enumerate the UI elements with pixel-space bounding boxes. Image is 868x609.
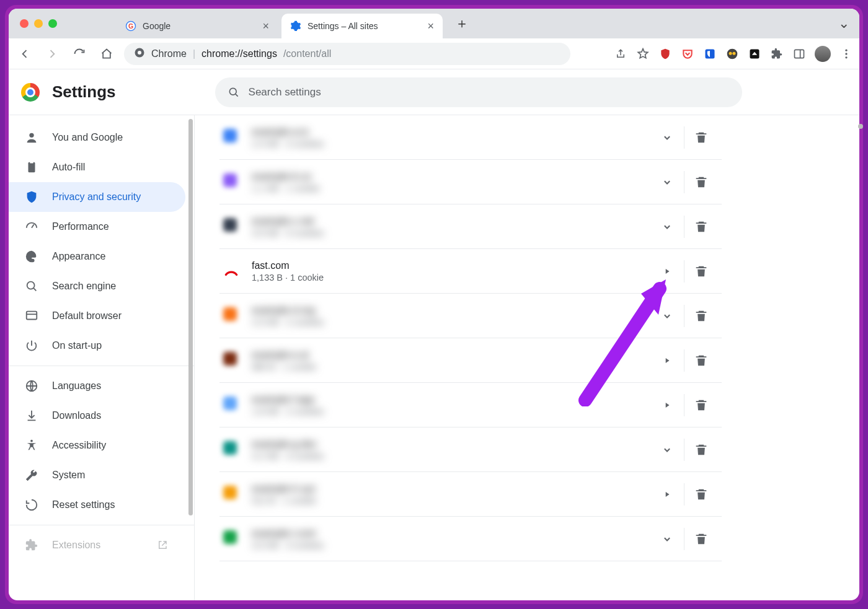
extension-pocket-icon[interactable]: [681, 47, 694, 61]
site-favicon-icon: [223, 352, 241, 369]
profile-avatar[interactable]: [815, 46, 831, 62]
expand-row-button[interactable]: [650, 435, 684, 465]
sidebar-item-accessibility[interactable]: Accessibility: [9, 431, 185, 460]
site-row[interactable]: example-g.dev4.2 KB · 4 cookies: [219, 427, 722, 472]
site-name: example-g.dev: [252, 439, 639, 450]
site-row[interactable]: example-h.xyz512 B · 1 cookie: [219, 472, 722, 517]
site-name: fast.com: [252, 260, 639, 271]
close-tab-icon[interactable]: ×: [262, 20, 269, 33]
sidebar-item-reset[interactable]: Reset settings: [9, 490, 185, 520]
delete-site-button[interactable]: [684, 212, 718, 242]
search-settings-input[interactable]: Search settings: [215, 77, 742, 107]
kebab-menu-icon[interactable]: [839, 47, 853, 61]
svg-rect-15: [29, 162, 35, 173]
expand-row-button[interactable]: [650, 256, 684, 286]
site-meta: 1.8 KB · 2 cookies: [252, 406, 639, 416]
delete-site-button[interactable]: [684, 256, 718, 286]
sidebar-item-label: Privacy and security: [52, 191, 141, 203]
sidebar-scrollbar[interactable]: [188, 119, 193, 515]
expand-row-button[interactable]: [650, 346, 684, 375]
site-favicon-icon: [223, 173, 241, 191]
svg-point-14: [29, 133, 33, 138]
site-row[interactable]: example-c.net3.9 KB · 5 cookies: [219, 204, 722, 249]
sidebar-item-label: Reset settings: [52, 499, 115, 510]
site-name: example-a.io: [252, 126, 639, 138]
site-row[interactable]: example-i.com3.0 KB · 3 cookies: [219, 517, 722, 561]
sidebar-item-label: Auto-fill: [52, 162, 85, 173]
extension-bitwarden-icon[interactable]: [703, 47, 717, 61]
site-row[interactable]: example-e.ai880 B · 1 cookie: [219, 338, 722, 383]
main-content: example-a.io2.4 KB · 3 cookiesexample-b.…: [195, 115, 859, 600]
site-row[interactable]: example-a.io2.4 KB · 3 cookies: [219, 115, 722, 160]
star-bookmark-icon[interactable]: [636, 47, 650, 61]
extensions-puzzle-icon[interactable]: [770, 47, 784, 61]
expand-row-button[interactable]: [650, 480, 684, 509]
home-button[interactable]: [97, 44, 117, 64]
clipboard-icon: [25, 160, 38, 174]
omnibox-separator: |: [193, 48, 195, 59]
extension-generic-1-icon[interactable]: [725, 47, 739, 61]
sidebar-item-autofill[interactable]: Auto-fill: [9, 152, 185, 182]
tab-label: Settings – All sites: [308, 21, 378, 31]
sidebar-item-languages[interactable]: Languages: [9, 371, 185, 401]
palette-icon: [25, 250, 38, 263]
sidebar-item-extensions[interactable]: Extensions: [9, 530, 185, 560]
row-actions: [650, 256, 718, 286]
sidebar-item-appearance[interactable]: Appearance: [9, 242, 185, 271]
delete-site-button[interactable]: [684, 390, 718, 420]
tabs-dropdown-icon[interactable]: ⌄: [838, 15, 849, 32]
forward-button[interactable]: [42, 44, 62, 64]
omnibox-label: Chrome: [151, 48, 187, 59]
new-tab-button[interactable]: ＋: [453, 14, 471, 33]
sidebar-divider: [9, 366, 194, 366]
delete-site-button[interactable]: [684, 123, 718, 152]
expand-row-button[interactable]: [650, 167, 684, 197]
delete-site-button[interactable]: [684, 167, 718, 197]
close-window-button[interactable]: [20, 19, 29, 28]
share-icon[interactable]: [614, 47, 627, 61]
expand-row-button[interactable]: [650, 390, 684, 420]
expand-row-button[interactable]: [650, 212, 684, 242]
site-row[interactable]: example-f.app1.8 KB · 2 cookies: [219, 383, 722, 427]
expand-row-button[interactable]: [650, 123, 684, 152]
tab-settings[interactable]: Settings – All sites ×: [281, 14, 443, 38]
minimize-window-button[interactable]: [34, 19, 43, 28]
address-bar[interactable]: Chrome | chrome://settings/content/all: [124, 43, 570, 65]
site-meta: 2.0 KB · 2 cookies: [252, 317, 639, 327]
accessibility-icon: [25, 439, 38, 452]
expand-row-button[interactable]: [650, 301, 684, 331]
back-button[interactable]: [15, 44, 35, 64]
sidebar-item-performance[interactable]: Performance: [9, 212, 185, 242]
maximize-window-button[interactable]: [48, 19, 57, 28]
delete-site-button[interactable]: [684, 346, 718, 375]
sidebar-item-privacy-security[interactable]: Privacy and security: [9, 182, 185, 212]
expand-row-button[interactable]: [650, 524, 684, 554]
sidebar-item-startup[interactable]: On start-up: [9, 331, 185, 361]
svg-point-5: [727, 48, 738, 59]
extension-ublock-icon[interactable]: [658, 47, 672, 61]
sidebar-item-search-engine[interactable]: Search engine: [9, 271, 185, 301]
sidebar-item-system[interactable]: System: [9, 460, 185, 490]
sidebar-item-downloads[interactable]: Downloads: [9, 401, 185, 431]
extension-generic-2-icon[interactable]: [748, 47, 761, 61]
site-row[interactable]: example-b.co1.1 KB · 1 cookie: [219, 160, 722, 204]
delete-site-button[interactable]: [684, 435, 718, 465]
delete-site-button[interactable]: [684, 301, 718, 331]
reload-button[interactable]: [69, 44, 89, 64]
delete-site-button[interactable]: [684, 480, 718, 509]
page-scrollbar-thumb[interactable]: [858, 124, 863, 129]
window-controls[interactable]: [20, 19, 57, 28]
sidebar-item-you-and-google[interactable]: You and Google: [9, 123, 185, 152]
globe-icon: [25, 379, 38, 393]
site-row[interactable]: example-d.org2.0 KB · 2 cookies: [219, 294, 722, 338]
sidebar-item-default-browser[interactable]: Default browser: [9, 301, 185, 331]
svg-point-3: [138, 51, 141, 55]
site-row[interactable]: fast.com1,133 B · 1 cookie: [219, 249, 722, 294]
side-panel-icon[interactable]: [792, 47, 806, 61]
sidebar-item-label: Appearance: [52, 251, 105, 262]
tab-google[interactable]: G Google ×: [117, 14, 278, 38]
delete-site-button[interactable]: [684, 524, 718, 554]
sidebar-item-label: Default browser: [52, 310, 122, 322]
page-title: Settings: [52, 82, 116, 102]
close-tab-icon[interactable]: ×: [427, 20, 434, 33]
